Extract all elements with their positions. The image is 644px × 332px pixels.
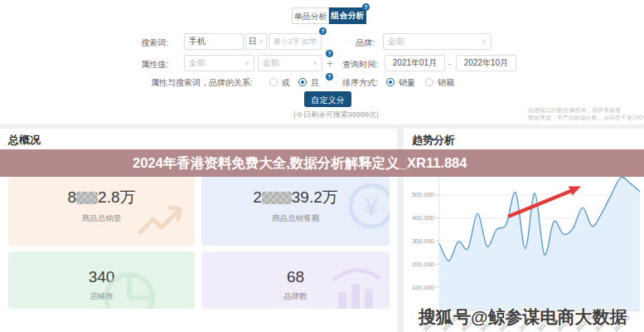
quota-note: (今日剩余可搜索99999次): [276, 110, 396, 120]
attr-select-1[interactable]: 全部 ∨: [184, 55, 254, 71]
data-notes: 如遇端口的数据属性词，请联系客服 数据来源：本产品标题匹配，会存在不是100%匹…: [528, 106, 644, 121]
censor-blur: [76, 192, 98, 204]
trend-title: 趋势分析: [404, 129, 644, 152]
svg-text:400,000: 400,000: [412, 214, 434, 222]
time-label: 查询时间:: [335, 59, 378, 71]
brand-select[interactable]: 全部 ∨: [383, 33, 491, 50]
brand-select-value: 全部: [388, 34, 404, 49]
custom-analysis-button[interactable]: 自定义分析: [304, 91, 351, 107]
time-start-input[interactable]: 2021年01月: [385, 55, 445, 71]
chevron-down-icon: ∨: [259, 36, 264, 47]
radio-sales-amount-label[interactable]: 销额: [438, 77, 454, 89]
trend-up-icon: [137, 199, 183, 242]
help-icon[interactable]: ?: [362, 3, 370, 11]
keyword-label: 搜索词:: [116, 37, 168, 49]
stat-value-suffix: 2.8万: [98, 188, 135, 206]
pie-icon: [100, 269, 158, 309]
radio-or-label[interactable]: 或: [282, 77, 290, 89]
dashboard: 单品分析 组合分析 ? 搜索词: 日 ∨ ? 品牌: 全部 ∨ 属性值: 全部 …: [0, 0, 644, 332]
promo-banner: 2024年香港资料免费大全,数据分析解释定义_XR11.884: [0, 149, 644, 177]
keyword2-input[interactable]: [269, 33, 322, 50]
bar-chart-icon: [330, 264, 383, 309]
chevron-down-icon: ∨: [245, 57, 249, 69]
radio-and[interactable]: [298, 78, 307, 86]
watermark-text: 搜狐号@鲸参谋电商大数据: [419, 305, 627, 329]
time-range-separator: -: [448, 59, 451, 68]
relation-label: 属性与搜索词，品牌的关系:: [116, 77, 262, 89]
stat-value-prefix: 8: [68, 188, 77, 206]
yen-circle-icon: ¥: [346, 181, 390, 234]
help-icon[interactable]: ?: [326, 50, 333, 57]
keyword-input[interactable]: [184, 33, 244, 50]
chevron-down-icon: ∨: [482, 36, 487, 47]
data-note-line: 数据来源：本产品标题匹配，会存在不是100%匹配的情况: [528, 114, 644, 121]
query-form: 单品分析 组合分析 ? 搜索词: 日 ∨ ? 品牌: 全部 ∨ 属性值: 全部 …: [0, 0, 644, 124]
radio-sales-amount[interactable]: [425, 78, 433, 86]
attr-select-2[interactable]: 全部 ∨: [258, 55, 322, 71]
stat-card-shop-count: 340 店铺数: [8, 251, 195, 309]
stat-card-brand-count: 68 品牌数: [201, 251, 390, 309]
chevron-down-icon: ∨: [312, 57, 317, 69]
svg-text:200,000: 200,000: [412, 261, 434, 268]
svg-text:300,000: 300,000: [412, 237, 434, 245]
unit-select[interactable]: 日 ∨: [245, 33, 267, 50]
data-note-line: 如遇端口的数据属性词，请联系客服: [528, 106, 644, 114]
attr-select-1-value: 全部: [189, 56, 206, 71]
stat-value-prefix: 2: [253, 188, 262, 206]
add-attr-button[interactable]: +: [327, 57, 333, 70]
help-icon[interactable]: ?: [326, 73, 333, 81]
sort-label: 排序方式:: [335, 77, 378, 89]
attr-select-2-value: 全部: [263, 56, 279, 71]
brand-label: 品牌:: [335, 37, 375, 49]
stat-value-suffix: 39.2万: [292, 188, 338, 206]
help-icon[interactable]: ?: [319, 27, 327, 35]
svg-text:500,000: 500,000: [412, 191, 434, 198]
unit-select-value: 日: [249, 34, 257, 49]
radio-and-label[interactable]: 且: [311, 77, 319, 89]
censor-blur: [262, 192, 292, 204]
attr-label: 属性值:: [116, 59, 168, 71]
time-end-input[interactable]: 2022年10月: [456, 55, 516, 71]
svg-text:¥: ¥: [365, 193, 379, 220]
svg-text:100,000: 100,000: [412, 284, 434, 291]
radio-or[interactable]: [269, 78, 278, 86]
radio-sales-volume[interactable]: [386, 78, 395, 86]
radio-sales-volume-label[interactable]: 销量: [399, 77, 415, 89]
overview-title: 总概况: [0, 129, 397, 152]
tab-combo-analysis[interactable]: 组合分析: [329, 7, 366, 24]
tab-single-analysis[interactable]: 单品分析: [292, 7, 329, 24]
